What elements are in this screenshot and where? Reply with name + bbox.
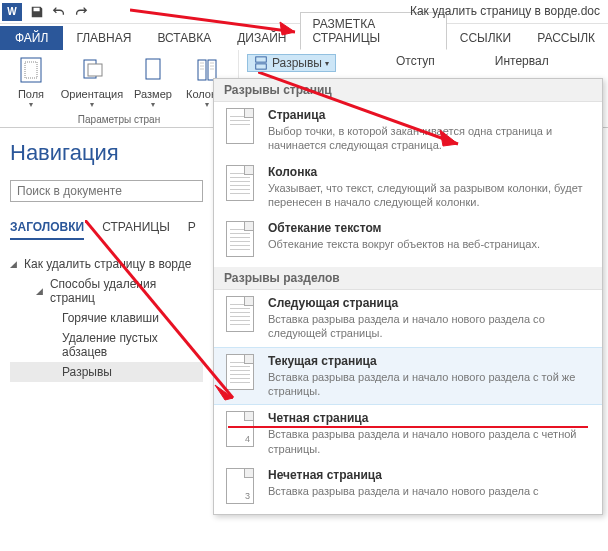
- orientation-icon: [76, 54, 108, 86]
- undo-button[interactable]: [48, 1, 70, 23]
- tree-leaf-empty-paragraphs[interactable]: Удаление пустых абзацев: [10, 328, 203, 362]
- redo-icon: [74, 5, 88, 19]
- svg-rect-1: [25, 62, 37, 78]
- nav-tab-headings[interactable]: ЗАГОЛОВКИ: [10, 220, 84, 240]
- break-page[interactable]: Страница Выбор точки, в которой заканчив…: [214, 102, 602, 159]
- chevron-down-icon: ▾: [205, 100, 209, 109]
- group-label-page-setup: Параметры стран: [4, 114, 234, 127]
- svg-rect-7: [256, 57, 267, 62]
- size-icon: [137, 54, 169, 86]
- nav-tab-results[interactable]: Р: [188, 220, 196, 240]
- breaks-dropdown: Разрывы страниц Страница Выбор точки, в …: [213, 78, 603, 515]
- dropdown-section-page-breaks: Разрывы страниц: [214, 79, 602, 102]
- break-continuous[interactable]: Текущая страница Вставка разрыва раздела…: [214, 347, 602, 406]
- document-title: Как удалить страницу в ворде.doc: [410, 4, 600, 18]
- break-column[interactable]: Колонка Указывает, что текст, следующий …: [214, 159, 602, 216]
- tab-mailings[interactable]: РАССЫЛК: [524, 26, 608, 50]
- ribbon-group-page-setup: Поля ▾ Ориентация ▾ Размер ▾ Колонки ▾ П…: [0, 50, 239, 127]
- word-app-icon: W: [2, 3, 22, 21]
- spacing-label: Интервал: [495, 54, 549, 72]
- nav-title: Навигация: [10, 140, 203, 166]
- nav-tree: ◢Как удалить страницу в ворде ◢Способы у…: [10, 254, 203, 382]
- nav-tab-pages[interactable]: СТРАНИЦЫ: [102, 220, 170, 240]
- ribbon-tabs: ФАЙЛ ГЛАВНАЯ ВСТАВКА ДИЗАЙН РАЗМЕТКА СТР…: [0, 24, 608, 50]
- margins-icon: [15, 54, 47, 86]
- break-next-page[interactable]: Следующая страница Вставка разрыва разде…: [214, 290, 602, 347]
- tree-leaf-hotkeys[interactable]: Горячие клавиши: [10, 308, 203, 328]
- tree-node-methods[interactable]: ◢Способы удаления страниц: [10, 274, 203, 308]
- svg-rect-4: [146, 59, 160, 79]
- redo-button[interactable]: [70, 1, 92, 23]
- save-button[interactable]: [26, 1, 48, 23]
- breaks-icon: [254, 56, 268, 70]
- tab-home[interactable]: ГЛАВНАЯ: [63, 26, 144, 50]
- next-page-icon: [224, 296, 256, 336]
- tab-references[interactable]: ССЫЛКИ: [447, 26, 524, 50]
- collapse-icon: ◢: [10, 259, 20, 269]
- orientation-button[interactable]: Ориентация ▾: [58, 52, 126, 114]
- save-icon: [30, 5, 44, 19]
- tab-insert[interactable]: ВСТАВКА: [144, 26, 224, 50]
- chevron-down-icon: ▾: [151, 100, 155, 109]
- tree-leaf-breaks[interactable]: Разрывы: [10, 362, 203, 382]
- continuous-icon: [224, 354, 256, 394]
- breaks-button[interactable]: Разрывы ▾: [247, 54, 336, 72]
- even-page-icon: 4: [224, 411, 256, 451]
- margins-button[interactable]: Поля ▾: [4, 52, 58, 114]
- tab-file[interactable]: ФАЙЛ: [0, 26, 63, 50]
- chevron-down-icon: ▾: [29, 100, 33, 109]
- size-button[interactable]: Размер ▾: [126, 52, 180, 114]
- odd-page-icon: 3: [224, 468, 256, 508]
- navigation-pane: Навигация ЗАГОЛОВКИ СТРАНИЦЫ Р ◢Как удал…: [0, 128, 213, 394]
- indent-label: Отступ: [396, 54, 435, 72]
- dropdown-section-section-breaks: Разрывы разделов: [214, 267, 602, 290]
- tree-node-root[interactable]: ◢Как удалить страницу в ворде: [10, 254, 203, 274]
- column-break-icon: [224, 165, 256, 205]
- collapse-icon: ◢: [36, 286, 46, 296]
- svg-rect-3: [88, 64, 102, 76]
- text-wrapping-icon: [224, 221, 256, 261]
- chevron-down-icon: ▾: [325, 59, 329, 68]
- undo-icon: [52, 5, 66, 19]
- break-text-wrapping[interactable]: Обтекание текстом Обтекание текста вокру…: [214, 215, 602, 267]
- annotation-underline: [228, 426, 588, 428]
- break-odd-page[interactable]: 3 Нечетная страница Вставка разрыва разд…: [214, 462, 602, 514]
- break-even-page[interactable]: 4 Четная страница Вставка разрыва раздел…: [214, 405, 602, 462]
- chevron-down-icon: ▾: [90, 100, 94, 109]
- tab-design[interactable]: ДИЗАЙН: [224, 26, 299, 50]
- search-input[interactable]: [10, 180, 203, 202]
- nav-tabs: ЗАГОЛОВКИ СТРАНИЦЫ Р: [10, 220, 203, 240]
- page-break-icon: [224, 108, 256, 148]
- svg-rect-8: [256, 64, 267, 69]
